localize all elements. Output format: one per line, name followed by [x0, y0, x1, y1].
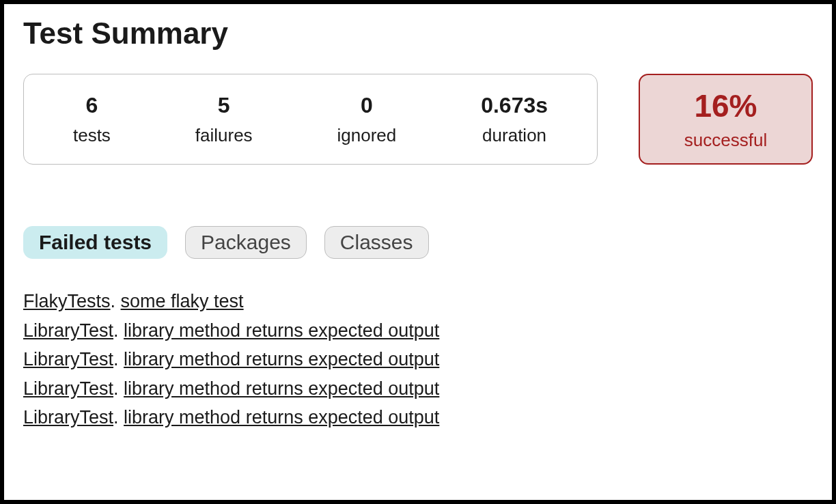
success-percent: 16%: [694, 87, 757, 124]
metric-tests-label: tests: [73, 125, 111, 146]
failed-test-class-link[interactable]: FlakyTests: [23, 291, 111, 311]
tabs-row: Failed tests Packages Classes: [23, 226, 813, 259]
metric-tests: 6 tests: [73, 93, 111, 146]
failed-test-name-link[interactable]: some flaky test: [121, 291, 244, 311]
failed-test-separator: .: [113, 407, 124, 428]
failed-test-separator: .: [111, 291, 121, 311]
metric-failures: 5 failures: [195, 93, 253, 146]
failed-test-separator: .: [113, 349, 124, 369]
metric-failures-value: 5: [195, 93, 253, 118]
failed-test-class-link[interactable]: LibraryTest: [23, 378, 113, 399]
failed-tests-list: FlakyTests. some flaky test LibraryTest.…: [23, 288, 813, 432]
metrics-card: 6 tests 5 failures 0 ignored 0.673s dura…: [23, 74, 598, 165]
failed-test-name-link[interactable]: library method returns expected output: [124, 349, 439, 369]
metric-duration: 0.673s duration: [481, 93, 548, 146]
metric-ignored-label: ignored: [337, 125, 397, 146]
failed-test-separator: .: [113, 320, 124, 341]
tab-packages[interactable]: Packages: [185, 226, 307, 259]
failed-test-item: LibraryTest. library method returns expe…: [23, 375, 813, 403]
failed-test-class-link[interactable]: LibraryTest: [23, 349, 113, 369]
page-title: Test Summary: [23, 16, 813, 51]
failed-test-item: LibraryTest. library method returns expe…: [23, 317, 813, 345]
failed-test-name-link[interactable]: library method returns expected output: [124, 378, 439, 399]
failed-test-item: LibraryTest. library method returns expe…: [23, 346, 813, 374]
metric-ignored-value: 0: [337, 93, 397, 118]
tab-failed-tests[interactable]: Failed tests: [23, 226, 167, 259]
failed-test-name-link[interactable]: library method returns expected output: [124, 407, 439, 428]
metric-duration-value: 0.673s: [481, 93, 548, 118]
metric-duration-label: duration: [481, 125, 548, 146]
success-label: successful: [684, 130, 767, 151]
failed-test-class-link[interactable]: LibraryTest: [23, 407, 113, 428]
failed-test-name-link[interactable]: library method returns expected output: [124, 320, 439, 341]
success-card: 16% successful: [639, 74, 813, 165]
tab-classes[interactable]: Classes: [324, 226, 429, 259]
summary-row: 6 tests 5 failures 0 ignored 0.673s dura…: [23, 74, 813, 165]
metric-tests-value: 6: [73, 93, 111, 118]
metric-failures-label: failures: [195, 125, 253, 146]
failed-test-item: LibraryTest. library method returns expe…: [23, 404, 813, 432]
failed-test-separator: .: [113, 378, 124, 399]
metric-ignored: 0 ignored: [337, 93, 397, 146]
failed-test-item: FlakyTests. some flaky test: [23, 288, 813, 316]
failed-test-class-link[interactable]: LibraryTest: [23, 320, 113, 341]
